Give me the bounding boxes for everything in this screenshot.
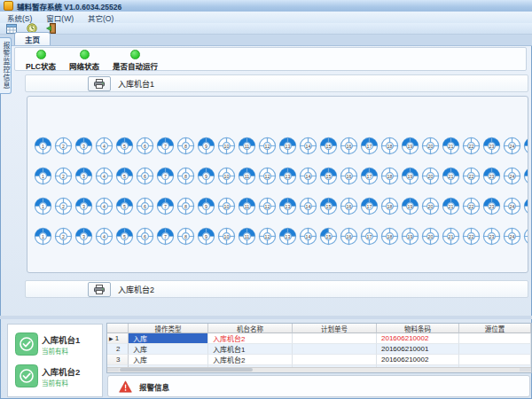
column-header-4[interactable]: 物料条码: [377, 324, 459, 333]
svg-text:20: 20: [428, 144, 434, 149]
reel-icon: 3: [74, 227, 93, 246]
reel-slot-4-11: 11: [238, 227, 256, 246]
reel-icon: 19: [401, 137, 419, 155]
cell-2-2[interactable]: 入库机台1: [208, 344, 293, 355]
svg-text:8: 8: [184, 204, 187, 209]
side-dock-tab[interactable]: 报警监控信息: [0, 37, 12, 94]
svg-text:4: 4: [103, 234, 106, 239]
cell-1-5[interactable]: [459, 333, 531, 344]
cell-2-5[interactable]: [459, 344, 531, 355]
svg-text:10: 10: [224, 144, 230, 149]
reel-icon: 25: [523, 197, 528, 215]
row-header-1[interactable]: ▶1: [107, 333, 129, 344]
reel-slot-3-17: 17: [360, 197, 379, 215]
column-header-5[interactable]: 源位置: [459, 324, 531, 333]
reel-slot-3-25: 25: [523, 197, 528, 215]
column-header-1[interactable]: 操作类型: [129, 324, 208, 333]
horizontal-splitter[interactable]: [0, 316, 532, 319]
reel-slot-1-7: 7: [156, 137, 175, 155]
table-horizontal-scrollbar[interactable]: [107, 367, 531, 372]
svg-text:5: 5: [123, 204, 126, 209]
table-row-3[interactable]: 3入库入库机台2201606210002: [107, 355, 531, 365]
reel-icon: 5: [115, 227, 134, 246]
menu-window[interactable]: 窗口(W): [46, 12, 74, 23]
menu-other[interactable]: 其它(O): [88, 12, 113, 23]
svg-text:18: 18: [387, 144, 393, 149]
cell-3-5[interactable]: [459, 355, 531, 365]
svg-text:17: 17: [367, 174, 372, 179]
tab-home[interactable]: 主页: [14, 32, 51, 45]
machine1-print-button[interactable]: [88, 76, 111, 91]
menu-system[interactable]: 系统(S): [7, 12, 32, 23]
table-row-2[interactable]: 2入库入库机台1201606210001: [107, 344, 531, 355]
cell-2-3[interactable]: [293, 344, 377, 355]
reel-row-1: 1 2 3 4 5 6: [34, 137, 528, 155]
svg-text:8: 8: [184, 174, 187, 179]
cell-3-4[interactable]: 201606210002: [377, 355, 459, 365]
scroll-right-arrow[interactable]: [520, 368, 531, 372]
reel-icon: 22: [462, 197, 481, 215]
station-card-2-status: 当前有料: [42, 378, 68, 387]
cell-3-1[interactable]: 入库: [129, 355, 208, 365]
reel-icon: 21: [442, 197, 460, 215]
machine2-print-button[interactable]: [88, 282, 111, 297]
reel-icon: 6: [136, 137, 154, 155]
reel-icon: 12: [258, 197, 277, 215]
reel-slot-4-21: 21: [442, 227, 460, 246]
reel-slot-3-20: 20: [421, 197, 440, 215]
column-header-2[interactable]: 机台名称: [208, 324, 293, 333]
reel-slot-4-16: 16: [340, 227, 358, 246]
svg-text:1: 1: [42, 204, 44, 209]
machine2-title: 入库机台2: [118, 284, 154, 295]
reel-icon: 16: [340, 137, 358, 155]
cell-3-2[interactable]: 入库机台2: [208, 355, 293, 365]
cell-1-2[interactable]: 入库机台2: [208, 333, 293, 344]
reel-icon: 23: [482, 137, 501, 155]
svg-text:17: 17: [367, 204, 372, 209]
reel-icon: 20: [421, 167, 440, 185]
reel-icon: 22: [462, 227, 481, 246]
cell-2-4[interactable]: 201606210001: [377, 344, 459, 355]
cell-1-4[interactable]: 201606210002: [377, 333, 459, 344]
reel-slot-3-4: 4: [95, 197, 113, 215]
reel-icon: 1: [34, 197, 52, 215]
cell-3-3[interactable]: [293, 355, 377, 365]
reel-icon: 8: [176, 197, 195, 215]
table-row-1[interactable]: ▶1入库入库机台2201606210002: [107, 333, 531, 344]
scrollbar-thumb[interactable]: [120, 368, 253, 372]
station-card-1-title: 入库机台1: [42, 333, 80, 346]
cell-1-1[interactable]: 入库: [129, 333, 208, 344]
reel-slot-4-18: 18: [380, 227, 399, 246]
svg-text:7: 7: [164, 204, 167, 209]
operations-table: 操作类型机台名称计划单号物料条码源位置▶1入库入库机台2201606210002…: [106, 323, 532, 373]
reel-icon: 15: [319, 227, 338, 246]
reel-icon: 11: [238, 137, 256, 155]
cell-2-1[interactable]: 入库: [129, 344, 208, 355]
svg-text:1: 1: [42, 144, 44, 149]
reel-slot-1-23: 23: [482, 137, 501, 155]
machine1-header: 入库机台1: [25, 74, 528, 92]
reel-slot-4-9: 9: [197, 227, 215, 246]
svg-text:9: 9: [205, 204, 207, 209]
reel-icon: 2: [54, 197, 73, 215]
current-row-arrow-icon: ▶: [109, 335, 113, 341]
svg-text:4: 4: [103, 174, 106, 179]
row-header-3[interactable]: 3: [107, 355, 129, 365]
row-header-2[interactable]: 2: [107, 344, 129, 355]
svg-text:4: 4: [103, 144, 106, 149]
svg-text:12: 12: [265, 144, 270, 149]
svg-text:12: 12: [265, 234, 270, 239]
cell-1-3[interactable]: [293, 333, 377, 344]
station-cards-panel: 入库机台1 当前有料 入库机台2 当前有料: [7, 324, 103, 397]
reel-slot-1-11: 11: [238, 137, 256, 155]
svg-text:7: 7: [164, 144, 167, 149]
reel-slot-1-2: 2: [54, 137, 73, 155]
reel-slot-2-19: 19: [401, 167, 419, 185]
reel-slot-2-1: 1: [34, 167, 52, 185]
svg-text:10: 10: [224, 174, 230, 179]
reel-slot-1-9: 9: [197, 137, 215, 155]
reel-icon: 7: [156, 137, 175, 155]
scroll-left-arrow[interactable]: [107, 368, 119, 372]
column-header-3[interactable]: 计划单号: [293, 324, 377, 333]
reel-slot-4-1: 1: [34, 227, 52, 246]
